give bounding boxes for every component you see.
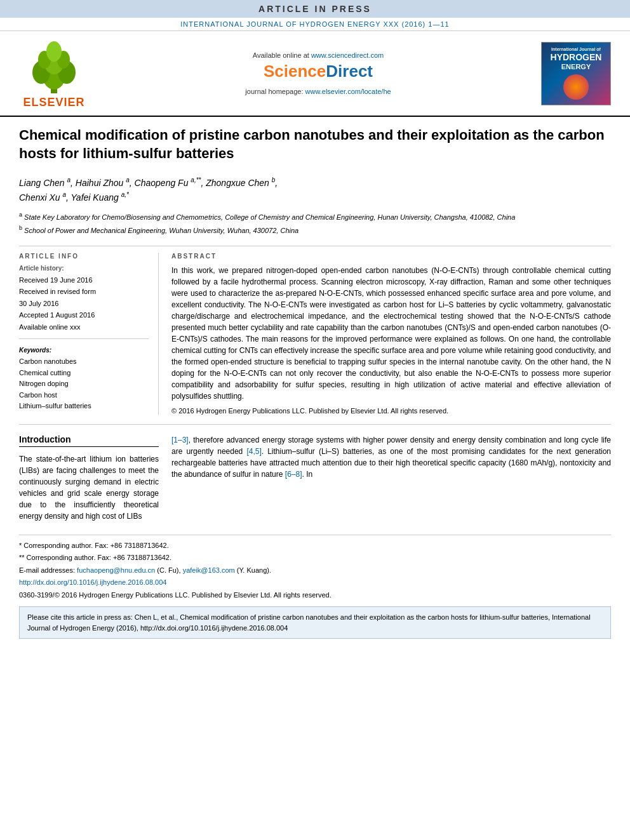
abstract-copyright: © 2016 Hydrogen Energy Publications LLC.… — [171, 407, 611, 415]
elsevier-text: ELSEVIER — [23, 96, 84, 109]
header-center: Available online at www.sciencedirect.co… — [95, 51, 541, 95]
ref-4-5[interactable]: [4,5] — [246, 447, 261, 456]
ref-1-3[interactable]: [1–3] — [171, 436, 189, 444]
journal-cover-circle — [563, 74, 589, 100]
introduction-heading: Introduction — [19, 434, 159, 447]
divider-history — [19, 338, 149, 339]
keyword-4: Carbon host — [19, 390, 149, 401]
affiliation-a: a State Key Laboratory for Chemo/Biosens… — [19, 211, 611, 222]
article-in-press-banner: ARTICLE IN PRESS — [0, 0, 630, 18]
corresponding-1: * Corresponding author. Fax: +86 7318871… — [19, 540, 611, 551]
keyword-2: Chemical cutting — [19, 368, 149, 379]
received-revised-label: Received in revised form — [19, 286, 149, 297]
revised-date: 30 July 2016 — [19, 298, 149, 309]
citation-box: Please cite this article in press as: Ch… — [19, 606, 611, 639]
keywords-label: Keywords: — [19, 347, 149, 354]
sciencedirect-url[interactable]: www.sciencedirect.com — [311, 51, 384, 59]
article-content: Chemical modification of pristine carbon… — [0, 117, 630, 648]
header-right: International Journal of HYDROGEN ENERGY — [541, 42, 617, 105]
introduction-right-text: [1–3], therefore advanced energy storage… — [171, 434, 611, 480]
email-2-link[interactable]: yafeik@163.com — [183, 566, 235, 574]
journal-cover: International Journal of HYDROGEN ENERGY — [541, 42, 611, 105]
svg-point-7 — [46, 41, 62, 62]
header: ELSEVIER Available online at www.science… — [0, 31, 630, 117]
abstract-column: ABSTRACT In this work, we prepared nitro… — [171, 253, 611, 415]
received-date: Received 19 June 2016 — [19, 275, 149, 286]
affiliations: a State Key Laboratory for Chemo/Biosens… — [19, 211, 611, 236]
keyword-1: Carbon nanotubes — [19, 356, 149, 368]
journal-homepage: journal homepage: www.elsevier.com/locat… — [108, 88, 528, 95]
doi-link: http://dx.doi.org/10.1016/j.ijhydene.201… — [19, 577, 611, 588]
section-break-abstract — [19, 424, 611, 425]
article-info-label: ARTICLE INFO — [19, 253, 149, 260]
email-note: E-mail addresses: fuchaopeng@hnu.edu.cn … — [19, 565, 611, 576]
authors: Liang Chen a, Haihui Zhou a, Chaopeng Fu… — [19, 175, 611, 204]
journal-cover-title: International Journal of HYDROGEN ENERGY — [551, 47, 602, 71]
ref-6-8[interactable]: [6–8] — [285, 470, 302, 479]
keywords-section: Keywords: Carbon nanotubes Chemical cutt… — [19, 347, 149, 412]
elsevier-logo: ELSEVIER — [13, 37, 95, 109]
abstract-text: In this work, we prepared nitrogen-doped… — [171, 265, 611, 402]
elsevier-tree-icon — [22, 37, 86, 95]
accepted-date: Accepted 1 August 2016 — [19, 310, 149, 321]
available-online: Available online at www.sciencedirect.co… — [108, 51, 528, 59]
available-online: Available online xxx — [19, 322, 149, 333]
keyword-5: Lithium–sulfur batteries — [19, 401, 149, 412]
email-1-link[interactable]: fuchaopeng@hnu.edu.cn — [77, 566, 155, 574]
article-title: Chemical modification of pristine carbon… — [19, 126, 611, 166]
article-history-label: Article history: — [19, 265, 149, 272]
divider-affiliations — [19, 246, 611, 246]
keyword-3: Nitrogen doping — [19, 378, 149, 390]
doi-url[interactable]: http://dx.doi.org/10.1016/j.ijhydene.201… — [19, 578, 166, 586]
introduction-left: Introduction The state-of-the-art lithiu… — [19, 434, 159, 522]
journal-homepage-url[interactable]: www.elsevier.com/locate/he — [305, 88, 391, 95]
affiliation-b: b School of Power and Mechanical Enginee… — [19, 224, 611, 236]
sciencedirect-logo: ScienceDirect — [108, 62, 528, 81]
introduction-right: [1–3], therefore advanced energy storage… — [171, 434, 611, 522]
article-info-abstract-layout: ARTICLE INFO Article history: Received 1… — [19, 253, 611, 415]
article-info-column: ARTICLE INFO Article history: Received 1… — [19, 253, 159, 415]
abstract-label: ABSTRACT — [171, 253, 611, 260]
footer-notes: * Corresponding author. Fax: +86 7318871… — [19, 535, 611, 601]
corresponding-2: ** Corresponding author. Fax: +86 731887… — [19, 552, 611, 563]
introduction-section: Introduction The state-of-the-art lithiu… — [19, 434, 611, 522]
journal-title-bar: INTERNATIONAL JOURNAL OF HYDROGEN ENERGY… — [0, 18, 630, 31]
introduction-left-text: The state-of-the-art lithium ion batteri… — [19, 453, 159, 522]
rights-note: 0360-3199/© 2016 Hydrogen Energy Publica… — [19, 590, 611, 601]
